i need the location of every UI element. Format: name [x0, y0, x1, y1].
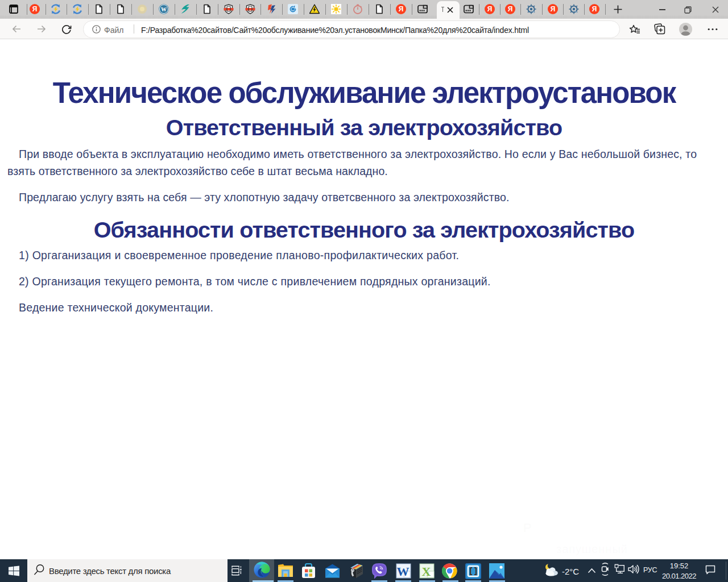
svg-text:X: X — [422, 564, 431, 579]
svg-text:W: W — [397, 564, 410, 579]
